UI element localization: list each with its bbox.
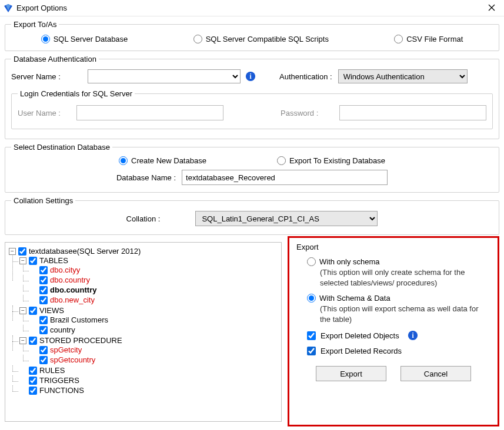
tree-root-checkbox[interactable] xyxy=(18,247,26,256)
tree-view-item[interactable]: country xyxy=(30,325,279,334)
collation-combo[interactable]: SQL_Latin1_General_CP1_CI_AS xyxy=(195,211,378,226)
tree-functions-node[interactable]: FUNCTIONS xyxy=(19,386,279,395)
close-button[interactable] xyxy=(483,3,500,13)
check-deleted-objects-label: Export Deleted Objects xyxy=(321,331,399,340)
export-button[interactable]: Export xyxy=(316,366,386,381)
password-input xyxy=(339,105,486,120)
tree-item-label: spGetcountry xyxy=(50,355,95,364)
tree-item-checkbox[interactable] xyxy=(39,296,48,304)
radio-scripts-label: SQL Server Compatible SQL Scripts xyxy=(206,35,329,43)
tree-functions-checkbox[interactable] xyxy=(29,387,37,395)
tree-item-checkbox[interactable] xyxy=(39,326,48,334)
collapse-icon[interactable]: − xyxy=(19,307,26,314)
check-deleted-records-row[interactable]: Export Deleted Records xyxy=(307,347,490,355)
login-credentials-group: Login Credentials for SQL Server User Na… xyxy=(11,89,493,129)
radio-create-new-db[interactable]: Create New Database xyxy=(119,156,206,165)
radio-sql-server-label: SQL Server Database xyxy=(54,35,128,43)
tree-item-label: dbo.country xyxy=(50,276,90,284)
radio-existing-db[interactable]: Export To Existing Database xyxy=(277,156,385,165)
radio-csv-input[interactable] xyxy=(394,35,403,43)
radio-create-new-db-label: Create New Database xyxy=(131,156,206,165)
radio-csv-label: CSV File Format xyxy=(406,35,463,43)
radio-schema-only-input[interactable] xyxy=(307,257,316,266)
schema-data-desc: (This option will export schema as well … xyxy=(320,304,490,324)
tree-item-checkbox[interactable] xyxy=(39,286,48,294)
radio-sql-server[interactable]: SQL Server Database xyxy=(41,35,128,43)
tree-table-item[interactable]: dbo.cityy xyxy=(30,266,279,274)
close-icon xyxy=(488,4,495,11)
app-icon xyxy=(4,4,13,13)
server-name-label: Server Name : xyxy=(11,72,88,81)
cancel-button[interactable]: Cancel xyxy=(400,366,471,381)
tree-rules-node[interactable]: RULES xyxy=(19,366,279,375)
tree-sp-label: STORED PROCEDURE xyxy=(39,336,122,345)
radio-scripts-input[interactable] xyxy=(193,35,202,43)
radio-schema-only[interactable]: With only schema xyxy=(307,257,490,266)
radio-schema-data-input[interactable] xyxy=(307,294,316,303)
tree-item-label: dbo.counttry xyxy=(50,285,96,294)
destination-legend: Select Destination Database xyxy=(11,143,112,152)
destination-group: Select Destination Database Create New D… xyxy=(5,143,499,193)
collapse-icon[interactable]: − xyxy=(19,337,26,344)
export-to-group: Export To/As SQL Server Database SQL Ser… xyxy=(5,20,499,51)
radio-csv[interactable]: CSV File Format xyxy=(394,35,463,43)
check-deleted-objects[interactable] xyxy=(307,331,316,340)
collation-label: Collation : xyxy=(126,214,161,223)
username-label: User Name : xyxy=(18,109,76,117)
tree-triggers-label: TRIGGERS xyxy=(39,376,79,385)
check-deleted-records-label: Export Deleted Records xyxy=(321,347,402,355)
collapse-icon[interactable]: − xyxy=(19,257,26,264)
info-icon[interactable]: i xyxy=(408,330,418,341)
password-label: Password : xyxy=(281,109,339,117)
tree-rules-checkbox[interactable] xyxy=(29,367,37,375)
radio-existing-db-label: Export To Existing Database xyxy=(289,156,385,165)
server-name-combo[interactable] xyxy=(88,69,241,83)
check-deleted-objects-row[interactable]: Export Deleted Objects i xyxy=(307,330,490,341)
tree-root-node[interactable]: − textdatabasee(SQL Server 2012) xyxy=(9,247,279,256)
tree-table-item[interactable]: dbo.counttry xyxy=(30,285,279,294)
check-deleted-records[interactable] xyxy=(307,347,316,355)
tree-item-checkbox[interactable] xyxy=(39,316,48,324)
authentication-legend: Database Authentication xyxy=(11,55,99,63)
radio-sql-server-input[interactable] xyxy=(41,35,50,43)
tree-tables-node[interactable]: − TABLES xyxy=(19,256,279,265)
tree-views-node[interactable]: − VIEWS xyxy=(19,306,279,315)
tree-view-item[interactable]: Brazil Customers xyxy=(30,315,279,324)
tree-item-checkbox[interactable] xyxy=(39,276,48,284)
tree-sp-item[interactable]: spGetcountry xyxy=(30,355,279,364)
database-name-input[interactable] xyxy=(182,170,388,185)
tree-sp-checkbox[interactable] xyxy=(29,337,37,345)
tree-table-item[interactable]: dbo.country xyxy=(30,276,279,284)
tree-item-checkbox[interactable] xyxy=(39,346,48,354)
radio-scripts[interactable]: SQL Server Compatible SQL Scripts xyxy=(193,35,329,43)
tree-tables-checkbox[interactable] xyxy=(29,257,37,265)
radio-create-new-db-input[interactable] xyxy=(119,156,128,165)
tree-views-label: VIEWS xyxy=(39,306,64,315)
login-credentials-legend: Login Credentials for SQL Server xyxy=(18,89,135,98)
tree-item-label: Brazil Customers xyxy=(50,315,108,324)
collation-group: Collation Settings Collation : SQL_Latin… xyxy=(5,196,499,235)
schema-only-desc: (This option will only create schema for… xyxy=(320,267,490,288)
tree-triggers-node[interactable]: TRIGGERS xyxy=(19,376,279,385)
authentication-label: Authentication : xyxy=(279,72,332,81)
authentication-combo[interactable]: Windows Authentication xyxy=(338,69,468,83)
tree-triggers-checkbox[interactable] xyxy=(29,377,37,385)
radio-existing-db-input[interactable] xyxy=(277,156,286,165)
tree-table-item[interactable]: dbo.new_city xyxy=(30,295,279,304)
username-input xyxy=(76,105,223,120)
info-icon[interactable]: i xyxy=(245,71,256,82)
tree-views-checkbox[interactable] xyxy=(29,307,37,315)
tree-item-checkbox[interactable] xyxy=(39,266,48,274)
tree-sp-item[interactable]: spGetcity xyxy=(30,345,279,354)
collation-legend: Collation Settings xyxy=(11,196,75,205)
tree-root-label: textdatabasee(SQL Server 2012) xyxy=(29,247,141,256)
radio-schema-data[interactable]: With Schema & Data xyxy=(307,294,490,303)
tree-item-label: spGetcity xyxy=(50,345,82,354)
collapse-icon[interactable]: − xyxy=(9,248,16,255)
tree-sp-node[interactable]: − STORED PROCEDURE xyxy=(19,336,279,345)
tree-item-checkbox[interactable] xyxy=(39,356,48,364)
tree-item-label: country xyxy=(50,325,75,334)
database-tree[interactable]: − textdatabasee(SQL Server 2012) − TABLE… xyxy=(5,242,282,422)
export-panel: Export With only schema (This option wil… xyxy=(288,236,499,426)
tree-functions-label: FUNCTIONS xyxy=(39,386,84,395)
